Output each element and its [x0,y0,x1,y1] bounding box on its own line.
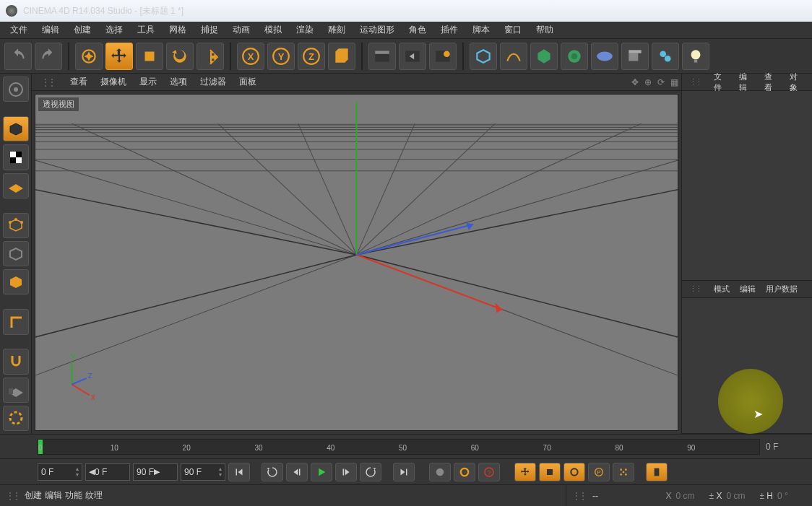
menu-sim[interactable]: 模拟 [259,22,288,38]
frame-start-field[interactable]: 0 F▴▾ [38,463,82,481]
menu-plugins[interactable]: 插件 [435,22,464,38]
spline-button[interactable] [500,43,527,70]
object-manager-body[interactable] [682,91,812,281]
prev-key-button[interactable] [262,463,283,481]
grip-icon[interactable] [6,491,22,501]
coord-sys-button[interactable] [328,43,355,70]
render-view-button[interactable] [368,43,396,70]
frame-preview-end-field[interactable]: 90 F ▶ [133,463,178,481]
snap-button[interactable] [3,349,29,374]
key-param-button[interactable]: P [588,463,610,481]
environment-button[interactable] [591,43,618,70]
tab-edit2[interactable]: 编辑 [735,282,760,296]
bulb-button[interactable] [682,43,709,70]
mat-tab-texture[interactable]: 纹理 [85,489,103,502]
coord-x-value[interactable]: 0 cm [675,491,704,501]
mat-tab-edit[interactable]: 编辑 [45,489,62,502]
render-queue-button[interactable] [399,43,426,70]
autokey-button[interactable] [454,463,475,481]
tab-userdata[interactable]: 用户数据 [761,282,802,296]
redo-button[interactable] [35,43,62,70]
grip-icon[interactable] [685,76,708,88]
vp-menu-options[interactable]: 选项 [165,74,192,90]
rotate-tool[interactable] [166,43,194,70]
viewport-solo-button[interactable] [3,406,29,431]
key-pla-button[interactable] [613,463,634,481]
menu-create[interactable]: 创建 [68,22,97,38]
workplane-button[interactable] [3,173,29,199]
coord-h-value[interactable]: 0 ° [777,491,806,501]
next-key-button[interactable] [360,463,381,481]
y-axis-button[interactable]: Y [267,43,295,70]
vp-menu-panel[interactable]: 面板 [234,74,262,90]
select-tool[interactable] [75,43,103,70]
keyframe-help-button[interactable]: ? [478,463,500,481]
timeline-ruler[interactable]: 0 10 20 30 40 50 60 70 80 90 [38,439,760,455]
render-settings-button[interactable] [429,43,457,70]
play-button[interactable] [311,463,332,481]
grip-icon[interactable] [36,76,62,89]
key-rot-button[interactable] [563,463,585,481]
grip-icon[interactable] [572,491,588,501]
menu-select[interactable]: 选择 [100,22,129,38]
last-tool[interactable] [196,43,224,70]
menu-scripts[interactable]: 脚本 [467,22,496,38]
deformer-button[interactable] [561,43,588,70]
scale-tool[interactable] [136,43,163,70]
key-sel-button[interactable] [646,463,668,481]
vp-menu-view[interactable]: 查看 [65,74,92,90]
texture-mode-button[interactable] [3,144,29,170]
polygon-mode-button[interactable] [3,269,29,295]
attribute-manager-body[interactable] [682,298,812,434]
vp-menu-display[interactable]: 显示 [134,74,162,90]
menu-anim[interactable]: 动画 [227,22,256,38]
point-mode-button[interactable] [3,213,29,238]
vp-nav-1-icon[interactable]: ✥ [626,76,638,89]
mat-tab-create[interactable]: 创建 [25,489,42,502]
vp-nav-2-icon[interactable]: ⊕ [639,76,651,89]
vp-nav-4-icon[interactable]: ▦ [665,76,677,89]
key-scale-button[interactable] [539,463,561,481]
menu-mograph[interactable]: 运动图形 [354,22,400,38]
vp-menu-camera[interactable]: 摄像机 [95,74,131,90]
menu-file[interactable]: 文件 [4,22,33,38]
grip-icon[interactable] [685,283,708,295]
undo-button[interactable] [4,43,32,70]
record-button[interactable] [429,463,451,481]
workplane-lock-button[interactable] [3,378,29,403]
generator-button[interactable] [530,43,558,70]
go-start-button[interactable] [228,463,250,481]
menu-render[interactable]: 渲染 [290,22,319,38]
menu-edit[interactable]: 编辑 [36,22,65,38]
x-axis-button[interactable]: X [237,43,264,70]
step-back-button[interactable] [286,463,308,481]
move-tool[interactable] [105,43,133,70]
mat-tab-func[interactable]: 功能 [65,489,82,502]
step-fwd-button[interactable] [335,463,357,481]
primitive-button[interactable] [470,43,497,70]
frame-end-field[interactable]: 90 F▴▾ [181,463,225,481]
edge-mode-button[interactable] [3,241,29,266]
model-mode-button[interactable] [3,116,29,141]
frame-current-field[interactable]: ◀ 0 F [85,463,130,481]
menu-help[interactable]: 帮助 [530,22,559,38]
z-axis-button[interactable]: Z [298,43,325,70]
perspective-viewport[interactable]: 透视视图 [35,94,678,431]
key-pos-button[interactable] [514,463,536,481]
camera-button[interactable] [621,43,649,70]
timeline[interactable]: 0 10 20 30 40 50 60 70 80 90 0 F [0,434,812,458]
make-editable-button[interactable] [3,77,29,102]
coord-y-value[interactable]: 0 cm [726,491,755,501]
vp-menu-filter[interactable]: 过滤器 [195,74,231,90]
menu-tools[interactable]: 工具 [131,22,160,38]
vp-nav-3-icon[interactable]: ⟳ [652,76,664,89]
menu-sculpt[interactable]: 雕刻 [322,22,351,38]
menu-window[interactable]: 窗口 [498,22,527,38]
light-button[interactable] [652,43,679,70]
tab-mode[interactable]: 模式 [709,282,734,296]
menu-mesh[interactable]: 网格 [163,22,192,38]
go-end-button[interactable] [393,463,415,481]
menu-snap[interactable]: 捕捉 [195,22,224,38]
menu-char[interactable]: 角色 [403,22,432,38]
axis-mode-button[interactable] [3,309,29,334]
